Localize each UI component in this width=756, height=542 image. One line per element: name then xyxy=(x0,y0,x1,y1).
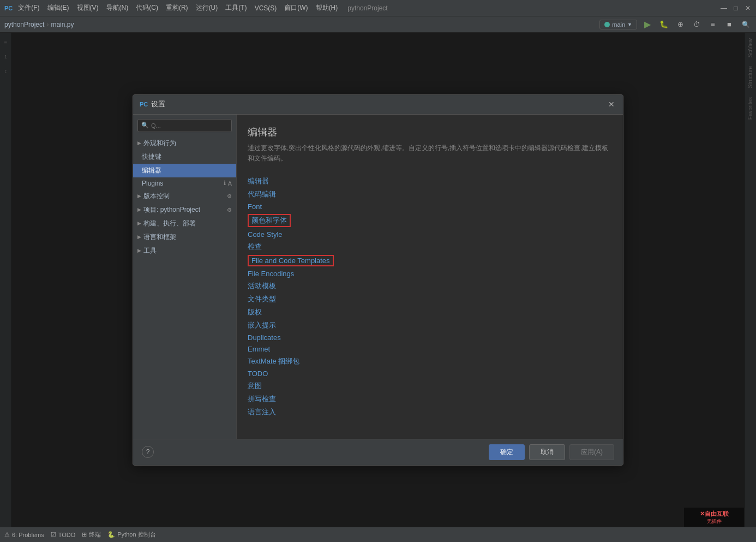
stop-button[interactable]: ■ xyxy=(723,19,735,31)
link-code-style[interactable]: Code Style xyxy=(248,229,612,240)
todo-icon: ☑ xyxy=(51,531,56,538)
menu-file[interactable]: 文件(F) xyxy=(15,2,43,14)
python-console-tab[interactable]: 🐍 Python 控制台 xyxy=(107,531,155,539)
link-editor[interactable]: 编辑器 xyxy=(248,175,612,188)
terminal-label: 终端 xyxy=(89,531,101,539)
link-todo[interactable]: TODO xyxy=(248,368,612,379)
run-config-label: main xyxy=(612,21,625,28)
menu-help[interactable]: 帮助(H) xyxy=(313,2,341,14)
link-inspection[interactable]: 检查 xyxy=(248,240,612,253)
title-bar: PC 文件(F) 编辑(E) 视图(V) 导航(N) 代码(C) 重构(R) 运… xyxy=(0,0,756,16)
translate-icon: A xyxy=(228,180,232,187)
link-file-encodings[interactable]: File Encodings xyxy=(248,268,612,279)
apply-button[interactable]: 应用(A) xyxy=(569,444,614,460)
run-button[interactable]: ▶ xyxy=(641,19,653,31)
menu-window[interactable]: 窗口(W) xyxy=(281,2,311,14)
menu-run[interactable]: 运行(U) xyxy=(193,2,221,14)
link-file-code-templates[interactable]: File and Code Templates xyxy=(248,255,334,266)
file-breadcrumb: main.py xyxy=(51,21,74,28)
settings-search-box[interactable]: 🔍 xyxy=(137,119,232,132)
link-font[interactable]: Font xyxy=(248,201,612,212)
nav-shortcut-item[interactable]: 快捷键 xyxy=(133,150,236,164)
search-icon: 🔍 xyxy=(141,122,149,129)
nav-plugins-label: Plugins xyxy=(142,180,163,187)
help-button[interactable]: ? xyxy=(142,446,154,458)
chevron-right-icon-5: ▶ xyxy=(137,234,141,240)
settings-dialog: PC 设置 ✕ 🔍 ▶ 外观和行为 xyxy=(133,94,623,466)
nav-panel: 🔍 ▶ 外观和行为 快捷键 编辑器 Plugins ℹ A xyxy=(133,115,237,439)
nav-version-control-section[interactable]: ▶ 版本控制 ⚙ xyxy=(133,189,236,203)
nav-plugins-icons: ℹ A xyxy=(224,180,232,187)
nav-tools-label: 工具 xyxy=(143,246,157,255)
run-dot-icon xyxy=(604,22,610,27)
link-language-injection[interactable]: 语言注入 xyxy=(248,406,612,419)
menu-view[interactable]: 视图(V) xyxy=(74,2,102,14)
nav-tools-section[interactable]: ▶ 工具 xyxy=(133,244,236,258)
more-button[interactable]: ≡ xyxy=(707,19,719,31)
menu-bar: 文件(F) 编辑(E) 视图(V) 导航(N) 代码(C) 重构(R) 运行(U… xyxy=(15,2,341,14)
profile-button[interactable]: ⏱ xyxy=(691,19,703,31)
terminal-tab[interactable]: ⊞ 终端 xyxy=(82,531,101,539)
content-links-list: 编辑器 代码编辑 Font 颜色和字体 Code Style 检查 File a… xyxy=(248,175,612,419)
link-textmate[interactable]: TextMate 捆绑包 xyxy=(248,355,612,368)
todo-tab[interactable]: ☑ TODO xyxy=(51,531,76,538)
menu-edit[interactable]: 编辑(E) xyxy=(44,2,73,14)
link-colors-fonts[interactable]: 颜色和字体 xyxy=(248,214,291,227)
link-live-templates[interactable]: 活动模板 xyxy=(248,279,612,293)
nav-build-label: 构建、执行、部署 xyxy=(143,219,196,228)
link-code-edit[interactable]: 代码编辑 xyxy=(248,188,612,201)
breadcrumb: pythonProject › main.py xyxy=(4,21,74,28)
main-area: PC 设置 ✕ 🔍 ▶ 外观和行为 xyxy=(0,33,756,527)
footer-buttons: 确定 取消 应用(A) xyxy=(489,444,614,460)
project-breadcrumb: pythonProject xyxy=(4,21,44,28)
nav-editor-item[interactable]: 编辑器 xyxy=(133,164,236,177)
problems-tab[interactable]: ⚠ 6: Problems xyxy=(4,531,44,538)
minimize-button[interactable]: — xyxy=(720,4,728,12)
nav-plugins-item[interactable]: Plugins ℹ A xyxy=(133,177,236,189)
app-icon: PC xyxy=(4,5,13,11)
title-bar-left: PC 文件(F) 编辑(E) 视图(V) 导航(N) 代码(C) 重构(R) 运… xyxy=(4,2,388,14)
link-copyright[interactable]: 版权 xyxy=(248,306,612,319)
debug-button[interactable]: 🐛 xyxy=(658,19,670,31)
coverage-button[interactable]: ⊕ xyxy=(674,19,686,31)
settings-search-input[interactable] xyxy=(151,122,228,129)
nav-appearance-section[interactable]: ▶ 外观和行为 xyxy=(133,136,236,150)
close-button[interactable]: ✕ xyxy=(744,4,752,12)
dialog-icon: PC xyxy=(140,101,148,108)
nav-language-label: 语言和框架 xyxy=(143,233,176,242)
dialog-title-bar: PC 设置 ✕ xyxy=(133,95,623,115)
watermark-text: ✕自由互联 xyxy=(700,510,729,518)
python-icon: 🐍 xyxy=(107,531,115,538)
problems-label: 6: Problems xyxy=(12,532,44,538)
link-duplicates[interactable]: Duplicates xyxy=(248,332,612,343)
content-title: 编辑器 xyxy=(248,126,612,139)
modal-overlay: PC 设置 ✕ 🔍 ▶ 外观和行为 xyxy=(0,33,756,527)
menu-code[interactable]: 代码(C) xyxy=(133,2,161,14)
cancel-button[interactable]: 取消 xyxy=(529,444,565,460)
menu-vcs[interactable]: VCS(S) xyxy=(251,3,280,13)
toolbar: pythonProject › main.py main ▼ ▶ 🐛 ⊕ ⏱ ≡… xyxy=(0,16,756,33)
maximize-button[interactable]: □ xyxy=(732,4,740,12)
run-config-button[interactable]: main ▼ xyxy=(599,20,637,29)
link-emmet[interactable]: Emmet xyxy=(248,343,612,355)
nav-project-section[interactable]: ▶ 项目: pythonProject ⚙ xyxy=(133,203,236,217)
watermark-sub: 无插件 xyxy=(707,518,722,525)
link-inlay-hints[interactable]: 嵌入提示 xyxy=(248,319,612,332)
dialog-body: 🔍 ▶ 外观和行为 快捷键 编辑器 Plugins ℹ A xyxy=(133,115,623,439)
link-spell-check[interactable]: 拼写检查 xyxy=(248,392,612,406)
nav-project-label: 项目: pythonProject xyxy=(143,205,200,215)
link-intentions[interactable]: 意图 xyxy=(248,379,612,392)
menu-navigate[interactable]: 导航(N) xyxy=(103,2,132,14)
nav-build-section[interactable]: ▶ 构建、执行、部署 xyxy=(133,217,236,230)
nav-language-section[interactable]: ▶ 语言和框架 xyxy=(133,230,236,244)
breadcrumb-sep: › xyxy=(46,21,49,28)
search-button[interactable]: 🔍 xyxy=(740,19,752,31)
ok-button[interactable]: 确定 xyxy=(489,444,525,460)
nav-appearance-label: 外观和行为 xyxy=(143,139,176,148)
dialog-title: PC 设置 xyxy=(140,99,165,109)
menu-tools[interactable]: 工具(T) xyxy=(222,2,250,14)
dialog-close-button[interactable]: ✕ xyxy=(607,99,616,109)
menu-refactor[interactable]: 重构(R) xyxy=(163,2,191,14)
title-project: pythonProject xyxy=(347,4,387,12)
link-file-types[interactable]: 文件类型 xyxy=(248,293,612,306)
